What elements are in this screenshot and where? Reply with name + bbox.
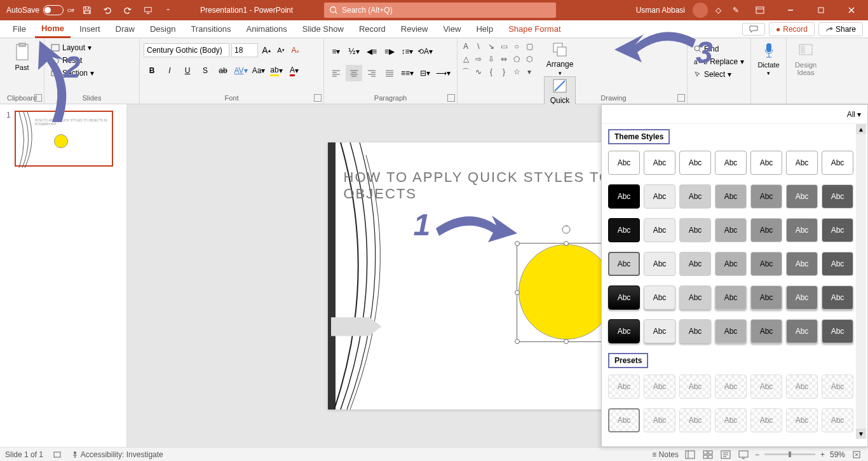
text-direction-button[interactable]: ⟲A▾ (417, 43, 433, 60)
style-5-2[interactable]: Abc (644, 286, 675, 310)
select-button[interactable]: Select ▾ (691, 69, 747, 80)
toggle-switch[interactable] (43, 5, 64, 15)
slideshow-view-icon[interactable] (737, 449, 750, 460)
dictate-button[interactable]: Dictate▾ (755, 41, 782, 76)
style-3-6[interactable]: Abc (786, 218, 818, 242)
comments-button[interactable] (742, 23, 765, 36)
tab-transitions[interactable]: Transitions (184, 21, 237, 37)
preset-1-6[interactable]: Abc (786, 375, 818, 399)
align-center-button[interactable] (346, 65, 362, 81)
clear-format-icon[interactable]: Aₓ (289, 43, 302, 57)
thumbnail-pane[interactable]: 1 HOW TO APPLY QUICK STYLES TO OBJECTS I… (0, 104, 127, 447)
tab-insert[interactable]: Insert (73, 21, 107, 37)
shape-brace-r[interactable]: } (498, 66, 510, 78)
style-6-3[interactable]: Abc (679, 319, 711, 343)
preset-2-6[interactable]: Abc (786, 408, 818, 432)
search-input[interactable] (342, 6, 551, 15)
strike-button[interactable]: ab (215, 62, 231, 79)
align-text-button[interactable]: ⊟▾ (417, 65, 433, 81)
tab-shape-format[interactable]: Shape Format (502, 21, 567, 37)
shape-arrow-line[interactable]: ↘ (485, 41, 497, 52)
handle-ml[interactable] (515, 290, 520, 295)
language-indicator[interactable] (53, 450, 61, 459)
style-6-7[interactable]: Abc (822, 319, 853, 343)
slide-arrow-shape[interactable] (331, 317, 382, 336)
increase-font-icon[interactable]: A▴ (260, 43, 273, 57)
maximize-button[interactable] (807, 0, 835, 20)
tab-view[interactable]: View (437, 21, 467, 37)
preset-1-4[interactable]: Abc (715, 375, 747, 399)
shadow-button[interactable]: S (197, 62, 214, 79)
change-case-button[interactable]: Aa▾ (250, 62, 267, 79)
undo-icon[interactable] (100, 3, 115, 18)
style-5-3[interactable]: Abc (679, 286, 711, 310)
style-2-4[interactable]: Abc (715, 184, 747, 209)
tab-record[interactable]: Record (353, 21, 392, 37)
tab-draw[interactable]: Draw (109, 21, 141, 37)
style-4-6[interactable]: Abc (786, 252, 818, 276)
char-spacing-button[interactable]: AV▾ (233, 62, 249, 79)
qat-more-icon[interactable]: ⁼ (161, 3, 176, 18)
style-1-6[interactable]: Abc (786, 151, 818, 175)
preset-2-2[interactable]: Abc (644, 408, 675, 432)
style-5-1[interactable]: Abc (608, 286, 640, 310)
shape-star[interactable]: ☆ (511, 66, 522, 78)
font-size-select[interactable] (231, 43, 258, 57)
preset-1-2[interactable]: Abc (644, 375, 675, 399)
style-1-5[interactable]: Abc (750, 151, 782, 175)
shape-triangle[interactable]: △ (460, 53, 471, 65)
style-6-2[interactable]: Abc (644, 319, 675, 343)
notes-button[interactable]: ≡ Notes (652, 450, 679, 459)
tab-slide-show[interactable]: Slide Show (296, 21, 350, 37)
style-4-3[interactable]: Abc (679, 252, 711, 276)
preset-1-1[interactable]: Abc (608, 375, 640, 399)
search-box[interactable] (324, 3, 556, 18)
shape-arc[interactable]: ⌒ (460, 66, 471, 78)
font-launcher[interactable] (314, 94, 322, 102)
style-3-3[interactable]: Abc (679, 218, 711, 242)
gallery-filter-all[interactable]: All ▾ (847, 110, 861, 119)
arrange-button[interactable]: Arrange▾ (544, 41, 576, 76)
accessibility-status[interactable]: Accessibility: Investigate (71, 450, 163, 459)
diamond-icon[interactable]: ◇ (710, 3, 726, 18)
shape-left-right[interactable]: ⇔ (498, 53, 510, 65)
record-button[interactable]: ●Record (769, 22, 815, 36)
preset-1-5[interactable]: Abc (750, 375, 782, 399)
style-4-4[interactable]: Abc (715, 252, 747, 276)
preset-2-4[interactable]: Abc (715, 408, 747, 432)
coming-soon-icon[interactable]: ✎ (728, 3, 743, 18)
handle-tc[interactable] (564, 241, 569, 246)
paragraph-launcher[interactable] (447, 94, 455, 102)
share-button[interactable]: Share (818, 22, 863, 36)
italic-button[interactable]: I (161, 62, 178, 79)
preset-1-7[interactable]: Abc (822, 375, 853, 399)
font-name-select[interactable] (144, 43, 229, 57)
style-6-1[interactable]: Abc (608, 319, 640, 343)
fit-slide-icon[interactable] (850, 449, 863, 460)
shape-down-arrow[interactable]: ⇩ (485, 53, 497, 65)
preset-2-7[interactable]: Abc (822, 408, 853, 432)
normal-view-icon[interactable] (684, 449, 696, 460)
shape-oval[interactable]: ○ (511, 41, 522, 52)
underline-button[interactable]: U (179, 62, 196, 79)
zoom-slider[interactable] (764, 453, 815, 455)
numbering-button[interactable]: ⅟₂▾ (346, 43, 362, 60)
preset-2-1[interactable]: Abc (608, 408, 640, 432)
tab-help[interactable]: Help (470, 21, 499, 37)
style-2-5[interactable]: Abc (750, 184, 782, 209)
font-color-button[interactable]: A▾ (286, 62, 302, 79)
close-button[interactable] (837, 0, 865, 20)
save-icon[interactable] (79, 3, 95, 18)
shape-more[interactable]: ▾ (524, 66, 535, 78)
slide-counter[interactable]: Slide 1 of 1 (5, 450, 43, 459)
minimize-button[interactable] (776, 0, 804, 20)
zoom-out-button[interactable]: − (755, 450, 759, 459)
shape-curve[interactable]: ∿ (473, 66, 484, 78)
style-2-2[interactable]: Abc (644, 184, 675, 209)
align-right-button[interactable] (363, 65, 380, 81)
indent-right-button[interactable]: ≡▶ (381, 43, 398, 60)
reading-view-icon[interactable] (719, 449, 732, 460)
style-4-7[interactable]: Abc (822, 252, 853, 276)
style-2-3[interactable]: Abc (679, 184, 711, 209)
shape-hexagon[interactable]: ⬡ (524, 53, 535, 65)
